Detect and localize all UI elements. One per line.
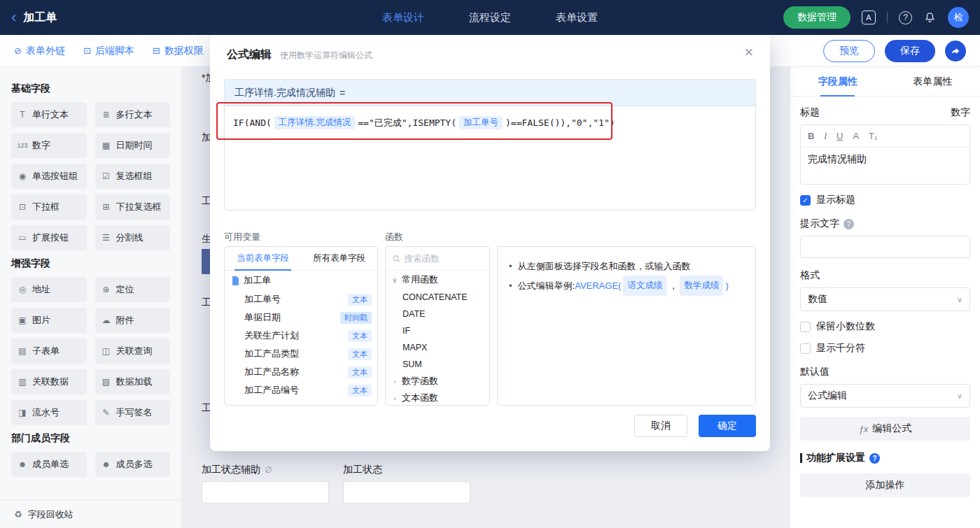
hint-text-input[interactable] — [800, 236, 970, 258]
tips-box: • 从左侧面板选择字段名和函数，或输入函数 • 公式编辑举例: AVERAGE(… — [497, 246, 756, 406]
tip-text: 公式编辑举例: — [518, 276, 575, 295]
tab-current-form-fields[interactable]: 当前表单字段 — [225, 247, 301, 270]
function-item[interactable]: IF — [386, 322, 489, 339]
help-circle-icon[interactable]: ? — [869, 453, 880, 464]
field-button-single-text[interactable]: T单行文本 — [11, 102, 87, 127]
field-button-subform[interactable]: ▤子表单 — [11, 338, 87, 364]
default-value-select[interactable]: 公式编辑 ∨ — [800, 384, 970, 408]
variable-item[interactable]: 加工单号文本 — [225, 290, 377, 308]
add-action-button[interactable]: 添加操作 — [800, 473, 970, 497]
field-button-divider[interactable]: ☰分割线 — [95, 225, 171, 250]
italic-icon[interactable]: I — [824, 131, 827, 141]
aux-status-input[interactable] — [202, 481, 329, 504]
underline-icon[interactable]: U — [836, 131, 843, 141]
formula-text: =="已完成",ISEMPTY( — [358, 117, 456, 129]
variable-name: 关联生产计划 — [244, 329, 299, 342]
function-item[interactable]: DATE — [386, 306, 489, 322]
single-text-icon: T — [17, 110, 28, 120]
field-button-data-load[interactable]: ▨数据加载 — [95, 369, 171, 394]
status-input[interactable] — [343, 481, 470, 504]
field-button-address[interactable]: ◎地址 — [11, 277, 87, 302]
form-tree-root[interactable]: 加工单 — [225, 271, 377, 290]
function-item[interactable]: CONCATENATE — [386, 289, 489, 306]
field-button-related-query[interactable]: ◫关联查询 — [95, 338, 171, 364]
field-button-member-multi[interactable]: ☻成员多选 — [95, 452, 171, 477]
extension-settings-header: 功能扩展设置 ? — [800, 452, 970, 464]
decimal-checkbox-row[interactable]: 保留小数位数 — [800, 320, 970, 333]
save-button[interactable]: 保存 — [885, 40, 935, 62]
variable-item[interactable]: 加工产品类型文本 — [225, 345, 377, 363]
notification-bell-icon[interactable] — [923, 11, 937, 24]
checkbox-unchecked-icon[interactable] — [800, 343, 811, 354]
font-size-icon[interactable]: T₁ — [869, 131, 877, 141]
variable-item[interactable]: 单据日期时间戳 — [225, 308, 377, 327]
formula-editor[interactable]: IF(AND( 工序详情.完成情况 =="已完成",ISEMPTY( 加工单号 … — [224, 106, 756, 211]
field-button-member-single[interactable]: ☻成员单选 — [11, 452, 87, 477]
variable-item[interactable]: 加工产品编号文本 — [225, 381, 377, 399]
backend-script-button[interactable]: ⊡ 后端脚本 — [83, 45, 134, 57]
function-group-common[interactable]: ∨ 常用函数 — [386, 271, 489, 289]
section-bar — [800, 453, 802, 463]
data-permission-button[interactable]: ⊟ 数据权限 — [153, 45, 204, 57]
function-group-label: 文本函数 — [402, 392, 438, 404]
variable-item[interactable]: 加工产品名称文本 — [225, 363, 377, 381]
field-button-attachment[interactable]: ☁附件 — [95, 308, 171, 333]
token-separator: ， — [668, 276, 678, 295]
field-button-related-data[interactable]: ▥关联数据 — [11, 369, 87, 394]
confirm-button[interactable]: 确定 — [699, 415, 756, 437]
function-group-text[interactable]: › 文本函数 — [386, 390, 489, 406]
tab-flow-settings[interactable]: 流程设定 — [469, 11, 511, 24]
aux-status-field-label: 加工状态辅助 ∅ — [202, 464, 272, 476]
tab-form-settings[interactable]: 表单设置 — [556, 11, 598, 24]
variable-item[interactable]: 关联生产计划文本 — [225, 327, 377, 345]
function-search-input[interactable] — [404, 254, 482, 264]
external-link-button[interactable]: ⊘ 表单外链 — [14, 45, 65, 57]
divider-icon: ☰ — [101, 233, 112, 243]
field-button-checkbox-group[interactable]: ☑复选框组 — [95, 164, 171, 189]
field-button-number[interactable]: 123数字 — [11, 133, 87, 158]
modal-subtitle: 使用数学运算符编辑公式 — [280, 50, 372, 62]
bold-icon[interactable]: B — [808, 131, 814, 141]
field-button-multi-dropdown[interactable]: ⊞下拉复选框 — [95, 194, 171, 220]
field-button-datetime[interactable]: ▦日期时间 — [95, 133, 171, 158]
close-icon[interactable]: × — [744, 45, 753, 60]
back-chevron-icon[interactable]: ‹ — [11, 10, 16, 25]
checkbox-unchecked-icon[interactable] — [800, 322, 811, 332]
function-group-math[interactable]: › 数学函数 — [386, 373, 489, 390]
field-button-signature[interactable]: ✎手写签名 — [95, 400, 171, 425]
function-item[interactable]: MAPX — [386, 339, 489, 356]
tab-all-form-fields[interactable]: 所有表单字段 — [301, 247, 377, 270]
share-button[interactable] — [945, 41, 966, 62]
title-label: 标题 — [800, 106, 820, 119]
function-item[interactable]: SUM — [386, 356, 489, 373]
preview-button[interactable]: 预览 — [823, 40, 875, 62]
thousand-checkbox-row[interactable]: 显示千分符 — [800, 342, 970, 355]
field-button-serial-number[interactable]: ◨流水号 — [11, 400, 87, 425]
user-avatar[interactable]: 检 — [948, 7, 969, 28]
field-button-radio-group[interactable]: ◉单选按钮组 — [11, 164, 87, 189]
group-title-enhanced: 增强字段 — [11, 257, 170, 270]
field-button-image[interactable]: ▣图片 — [11, 308, 87, 333]
format-select[interactable]: 数值 ∨ — [800, 287, 970, 311]
field-button-location[interactable]: ⊕定位 — [95, 277, 171, 302]
field-recycle-bin[interactable]: ♻ 字段回收站 — [0, 500, 181, 528]
cancel-button[interactable]: 取消 — [634, 415, 687, 437]
title-value-input[interactable]: 完成情况辅助 — [801, 148, 969, 184]
field-button-extend-button[interactable]: ▭扩展按钮 — [11, 225, 87, 250]
field-button-dropdown[interactable]: ⊡下拉框 — [11, 194, 87, 220]
tab-form-design[interactable]: 表单设计 — [382, 11, 424, 24]
tab-form-properties[interactable]: 表单属性 — [886, 67, 980, 96]
tab-field-properties[interactable]: 字段属性 — [790, 67, 886, 96]
data-manage-button[interactable]: 数据管理 — [783, 6, 850, 29]
language-icon[interactable]: A — [862, 10, 876, 24]
font-color-icon[interactable]: A — [853, 131, 859, 141]
thousand-label: 显示千分符 — [816, 342, 865, 355]
edit-formula-button[interactable]: ƒx 编辑公式 — [800, 417, 970, 441]
location-icon: ⊕ — [101, 285, 112, 294]
help-icon[interactable]: ? — [899, 11, 912, 24]
help-circle-icon[interactable]: ? — [844, 219, 854, 229]
field-button-multi-text[interactable]: ≣多行文本 — [95, 102, 171, 127]
function-search — [386, 247, 489, 271]
checkbox-checked-icon[interactable]: ✓ — [800, 195, 811, 206]
show-title-checkbox-row[interactable]: ✓ 显示标题 — [800, 194, 970, 206]
